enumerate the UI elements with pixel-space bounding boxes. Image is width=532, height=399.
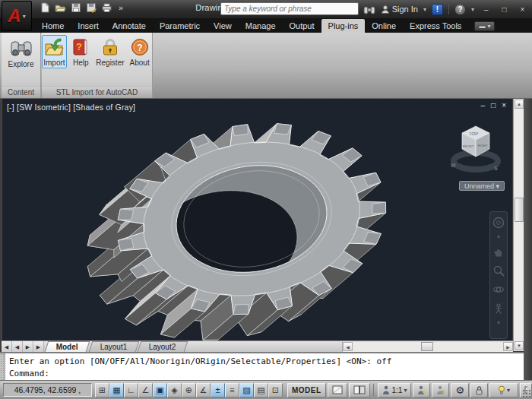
panel-stl-import: Import ? Help Register (42, 33, 153, 98)
exchange-apps-icon[interactable]: ! (432, 4, 443, 15)
status-toggle-snap[interactable]: ⊞ (95, 383, 109, 397)
close-button[interactable]: × (516, 4, 529, 15)
quick-view-drawings-button[interactable] (349, 383, 370, 397)
help-icon[interactable]: ? (454, 4, 466, 15)
tab-plugins[interactable]: Plug-ins (321, 19, 366, 33)
help-button[interactable]: ? Help (68, 35, 93, 68)
status-toggle-ducs[interactable]: ∡ (196, 383, 211, 397)
model-space-button[interactable]: MODEL (287, 383, 326, 397)
status-toggle-lwt[interactable]: ≡ (225, 383, 239, 397)
tab-annotate[interactable]: Annotate (106, 19, 153, 33)
viewcube-south-label: S (494, 166, 498, 171)
signin-caret-icon[interactable]: ▾ (423, 6, 426, 13)
scroll-left-arrow[interactable]: ◀ (343, 342, 353, 351)
panel-title-stl-import[interactable]: STL Import for AutoCAD (42, 86, 152, 98)
annotation-person-icon (382, 385, 390, 395)
tab-manage[interactable]: Manage (239, 19, 283, 33)
search-binoculars-icon[interactable] (363, 5, 375, 14)
window-frame-edge (524, 99, 532, 380)
status-toggle-selection-cycling[interactable]: ⊡ (268, 383, 283, 397)
status-toggle-otrack[interactable]: ⊕ (182, 383, 196, 397)
status-toggle-grid[interactable]: ▦ (109, 383, 124, 397)
scroll-down-arrow[interactable]: ▼ (515, 341, 524, 350)
named-view-button[interactable]: Unnamed ▾ (459, 181, 505, 191)
horizontal-scrollbar[interactable]: ◀ ▶ (342, 342, 513, 352)
tab-layout2[interactable]: Layout2 (138, 341, 188, 352)
vp-restore-icon[interactable]: □ (491, 101, 496, 109)
status-toggle-polar[interactable]: ∠ (138, 383, 153, 397)
sign-in-group[interactable]: Sign In (381, 5, 418, 14)
quick-view-layouts-button[interactable] (328, 383, 347, 397)
tab-parametric[interactable]: Parametric (153, 19, 207, 33)
tab-model[interactable]: Model (45, 341, 90, 352)
binoculars-icon (10, 37, 33, 59)
lock-icon (475, 385, 483, 395)
workspace-switching-button[interactable]: ⚙ (451, 383, 469, 397)
about-button[interactable]: ? About (127, 35, 152, 68)
vp-close-icon[interactable]: × (502, 101, 506, 109)
pan-hand-icon[interactable] (492, 245, 505, 258)
status-toggle-3dosnap[interactable]: ◈ (167, 383, 182, 397)
annotation-scale-button[interactable]: 1:1 ▾ (378, 383, 411, 397)
vertical-scrollbar[interactable]: ▲ ▼ (513, 99, 524, 351)
orbit-icon[interactable] (492, 283, 505, 296)
status-toggle-quick-properties[interactable]: ▤ (254, 383, 268, 397)
import-button[interactable]: Import (42, 35, 67, 68)
command-line[interactable]: Enter an option [ON/OFF/All/Noorigin/ORi… (0, 352, 524, 380)
tab-online[interactable]: Online (365, 19, 403, 33)
application-menu-button[interactable]: A ▾ (2, 1, 32, 31)
titlebar-right-cluster: Sign In ▾ ! ? ▾ – □ × (363, 2, 529, 17)
panel-title-content[interactable]: Content (2, 86, 40, 98)
status-toggle-osnap[interactable]: ▣ (153, 383, 167, 397)
annotation-visibility-button[interactable] (413, 383, 430, 397)
ribbon: Explore Content Import (0, 33, 532, 99)
application-status-menu[interactable]: ▾ (489, 383, 518, 397)
command-grip-handle[interactable] (0, 353, 5, 382)
tab-home[interactable]: Home (35, 19, 71, 33)
command-history-line: Enter an option [ON/OFF/All/Noorigin/ORi… (9, 356, 391, 366)
tab-express-tools[interactable]: Express Tools (403, 19, 468, 33)
panel-icon: ▬ (479, 23, 485, 30)
drawing-viewport[interactable]: [-] [SW Isometric] [Shades of Gray] – □ … (2, 99, 512, 340)
command-prompt-line[interactable]: Command: (9, 369, 49, 378)
steering-wheel-icon[interactable] (492, 217, 505, 229)
viewcube[interactable]: W S TOP FRONT RIGHT (445, 119, 506, 179)
gear-model[interactable] (2, 99, 512, 340)
tab-output[interactable]: Output (283, 19, 321, 33)
scroll-up-arrow[interactable]: ▲ (515, 100, 524, 109)
zoom-icon[interactable] (492, 264, 505, 277)
explore-button[interactable]: Explore (8, 35, 34, 70)
chevron-down-icon: ▾ (487, 23, 490, 30)
vp-minimize-icon[interactable]: – (481, 101, 486, 109)
tab-view[interactable]: View (207, 19, 239, 33)
tab-layout1[interactable]: Layout1 (89, 341, 139, 352)
search-input[interactable] (221, 3, 358, 14)
status-toggle-strip: ⊞▦∟∠▣◈⊕∡±≡▨▤⊡ (95, 383, 283, 397)
maximize-button[interactable]: □ (498, 4, 511, 15)
navbar-caret-icon[interactable]: ▾ (497, 321, 500, 325)
status-toggle-ortho[interactable]: ∟ (124, 383, 138, 397)
prev-tab-button[interactable]: ◀ (12, 341, 23, 352)
ribbon-minimize-button[interactable]: ▬ ▾ (474, 21, 495, 31)
next-tab-button[interactable]: ▶ (23, 341, 33, 352)
vertical-scroll-thumb[interactable] (515, 198, 524, 222)
last-tab-button[interactable]: ▶ (33, 341, 44, 352)
register-button[interactable]: Register (95, 35, 126, 68)
annotation-autoscale-button[interactable] (432, 383, 449, 397)
first-tab-button[interactable]: ◀ (2, 341, 12, 352)
walk-icon[interactable] (492, 302, 505, 315)
status-toggle-dyn[interactable]: ± (211, 383, 225, 397)
scroll-right-arrow[interactable]: ▶ (503, 342, 513, 351)
toolbar-lock-button[interactable] (470, 383, 488, 397)
resize-grip[interactable] (522, 389, 531, 398)
tab-insert[interactable]: Insert (71, 19, 106, 33)
help-caret-icon[interactable]: ▾ (471, 6, 474, 13)
status-toggle-transparency[interactable]: ▨ (239, 383, 254, 397)
search-box[interactable] (220, 2, 359, 15)
viewport-controls[interactable]: [-] [SW Isometric] [Shades of Gray] (7, 103, 135, 112)
horizontal-scroll-thumb[interactable] (421, 342, 433, 351)
minimize-button[interactable]: – (480, 4, 492, 15)
status-bar: 46.4795, 42.6599 , 0.0000 ⊞▦∟∠▣◈⊕∡±≡▨▤⊡ … (0, 380, 532, 399)
navbar-caret-icon[interactable]: ▾ (497, 236, 500, 239)
coordinates-readout[interactable]: 46.4795, 42.6599 , 0.0000 (3, 383, 92, 397)
